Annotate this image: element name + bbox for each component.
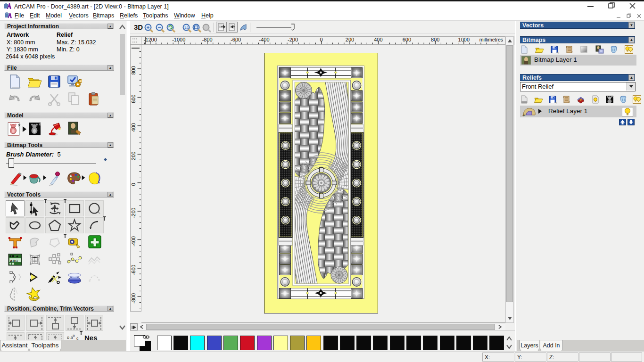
svg-text:-1000: -1000	[172, 37, 185, 42]
svg-text:ABC: ABC	[10, 259, 18, 263]
svg-text:200: 200	[346, 37, 354, 42]
svg-text:600: 600	[131, 95, 136, 103]
svg-text:1000: 1000	[458, 37, 470, 42]
svg-text:-400: -400	[259, 37, 270, 42]
svg-text:o a: o a	[67, 335, 73, 340]
svg-text:800: 800	[431, 37, 439, 42]
svg-text:a: a	[73, 333, 75, 337]
svg-text:-200: -200	[131, 208, 136, 218]
svg-text:400: 400	[374, 37, 382, 42]
svg-text:-800: -800	[131, 293, 136, 304]
svg-text:-400: -400	[131, 236, 136, 247]
svg-text:-600: -600	[131, 265, 136, 275]
svg-text:600: 600	[403, 37, 411, 42]
svg-text:0: 0	[131, 183, 136, 186]
svg-text:-600: -600	[231, 37, 241, 42]
svg-text:-1200: -1200	[144, 37, 157, 42]
svg-text:-200: -200	[288, 37, 298, 42]
svg-text:200: 200	[131, 152, 136, 160]
svg-text:0: 0	[320, 37, 322, 42]
svg-text:millimetres: millimetres	[479, 37, 503, 42]
svg-text:-800: -800	[202, 37, 213, 42]
svg-text:800: 800	[131, 66, 136, 74]
svg-text:400: 400	[131, 123, 136, 132]
svg-text:+: +	[522, 112, 525, 117]
svg-text:1:1: 1:1	[184, 26, 189, 29]
